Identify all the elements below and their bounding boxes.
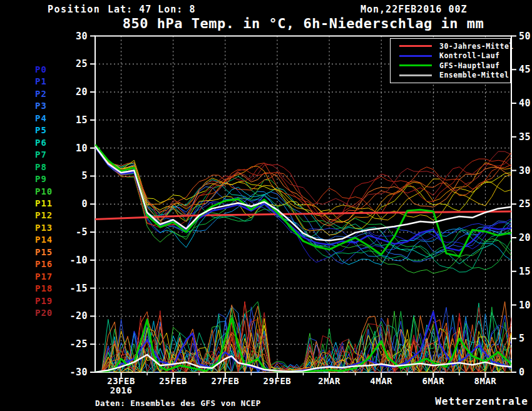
precip-axis-tick-label: 5: [519, 333, 525, 344]
member-label-p7: P7: [35, 150, 47, 160]
temp-axis-tick-label: 5: [81, 170, 88, 181]
ensemble-meteogram-page: 302520151050-5-10-15-20-25-3050454035302…: [0, 0, 532, 411]
member-label-p13: P13: [35, 223, 53, 233]
chart-title: 850 hPa Temp. in °C, 6h-Niederschlag in …: [95, 16, 511, 31]
temp-axis-tick-label: -5: [76, 226, 88, 238]
member-label-p20: P20: [35, 308, 53, 318]
x-axis-tick-sublabel: 2016: [110, 385, 133, 395]
legend-entry-label: Kontroll-Lauf: [439, 51, 500, 60]
temp-axis-tick-label: -15: [69, 283, 88, 294]
member-label-p5: P5: [35, 125, 47, 135]
member-label-p19: P19: [35, 296, 53, 306]
temp-line-p13: [95, 147, 511, 221]
temp-axis-tick-label: 20: [76, 86, 88, 98]
precip-axis-tick-label: 40: [519, 98, 531, 109]
legend-entry-label: 30-Jahres-Mittel: [439, 42, 514, 51]
legend-entry: 30-Jahres-Mittel: [399, 42, 510, 51]
precip-axis-tick-label: 45: [519, 64, 531, 75]
member-label-p4: P4: [35, 113, 47, 123]
legend-entry: Kontroll-Lauf: [399, 51, 510, 60]
temp-axis-tick-label: -20: [69, 310, 88, 322]
precip-axis-tick-label: 25: [519, 198, 531, 210]
x-axis-tick-label: 4MAR: [370, 376, 392, 386]
member-label-p18: P18: [35, 283, 53, 293]
precip-axis-tick-label: 30: [519, 165, 531, 176]
temp-axis-tick-label: -10: [69, 255, 88, 266]
precip-axis-tick-label: 10: [519, 300, 531, 311]
precip-axis-tick-label: 50: [519, 31, 531, 42]
x-axis-tick-label: 6MAR: [422, 376, 444, 386]
precip-axis-tick-label: 15: [519, 266, 531, 277]
run-datetime: Mon,22FEB2016 00Z: [361, 4, 468, 15]
precip-axis-tick-label: 0: [519, 367, 525, 378]
temp-line-p12: [95, 145, 511, 222]
member-label-p6: P6: [35, 138, 47, 148]
legend-entry: GFS-Hauptlauf: [399, 61, 510, 70]
member-label-p2: P2: [35, 89, 47, 99]
legend-entry: Ensemble-Mittel: [399, 71, 510, 79]
brand-watermark: Wetterzentrale: [435, 395, 528, 407]
x-axis-tick-label: 8MAR: [474, 376, 497, 386]
member-label-p16: P16: [35, 259, 53, 269]
legend-line-swatch: [399, 45, 432, 47]
legend-box: 30-Jahres-MittelKontroll-LaufGFS-Hauptla…: [390, 38, 511, 83]
member-label-p11: P11: [35, 198, 53, 208]
member-label-p12: P12: [35, 210, 53, 220]
member-label-p15: P15: [35, 247, 53, 257]
member-label-p1: P1: [35, 76, 47, 86]
member-label-p10: P10: [35, 186, 53, 196]
member-label-p14: P14: [35, 235, 53, 245]
member-label-p17: P17: [35, 271, 53, 282]
x-axis-tick-label: 2MAR: [318, 376, 340, 386]
x-axis-tick-label: 25FEB: [159, 376, 187, 386]
position-coordinates: Lat: 47 Lon: 8: [108, 4, 195, 15]
precip-axis-tick-label: 35: [519, 131, 531, 143]
temp-axis-tick-label: 25: [76, 58, 88, 69]
temp-axis-tick-label: 15: [76, 114, 88, 126]
legend-line-swatch: [399, 64, 432, 66]
member-label-p8: P8: [35, 162, 47, 172]
x-axis-tick-label: 29FEB: [263, 376, 292, 386]
temp-axis-tick-label: 30: [76, 31, 88, 42]
temp-axis-tick-label: 0: [81, 198, 88, 210]
temp-axis-tick-label: -30: [69, 367, 88, 378]
legend-line-swatch: [399, 74, 432, 76]
x-axis-tick-label: 23FEB: [107, 376, 135, 386]
position-label: Position: [48, 4, 100, 15]
series-lines: [95, 145, 511, 372]
member-label-p9: P9: [35, 174, 47, 184]
member-label-p0: P0: [35, 64, 47, 74]
legend-entry-label: GFS-Hauptlauf: [439, 61, 500, 70]
data-source-note: Daten: Ensembles des GFS von NCEP: [95, 398, 261, 408]
temp-axis-tick-label: -25: [69, 338, 88, 350]
member-label-p3: P3: [35, 101, 47, 111]
x-axis-tick-label: 27FEB: [211, 376, 239, 386]
legend-line-swatch: [399, 55, 432, 57]
temp-axis-tick-label: 10: [76, 143, 88, 154]
precip-axis-tick-label: 20: [519, 232, 531, 243]
legend-entry-label: Ensemble-Mittel: [439, 71, 509, 79]
